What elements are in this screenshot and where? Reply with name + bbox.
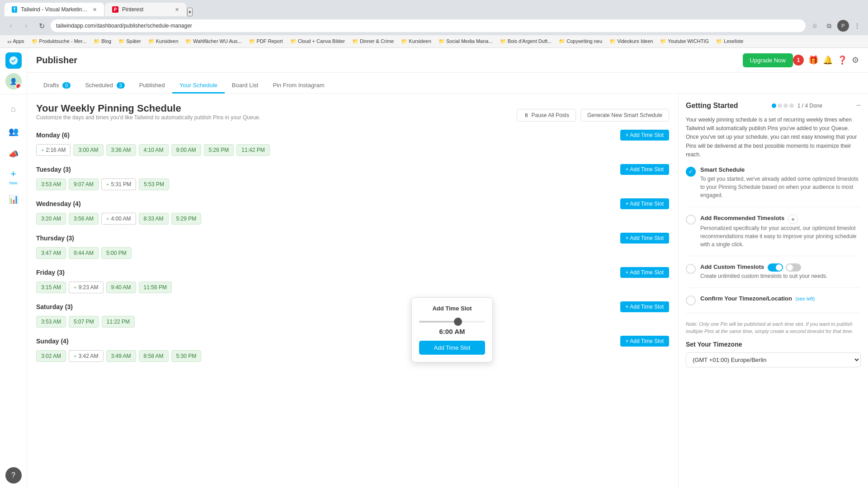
- sidebar-item-home[interactable]: ⌂: [4, 99, 24, 119]
- tab-published[interactable]: Published: [132, 78, 172, 94]
- tailwind-tab-close[interactable]: ✕: [93, 7, 97, 13]
- new-tab-button[interactable]: +: [187, 8, 193, 16]
- pinterest-tab-close[interactable]: ✕: [175, 7, 179, 13]
- custom-toggle[interactable]: [768, 263, 783, 272]
- collapse-button[interactable]: −: [856, 101, 861, 110]
- wednesday-slot-529pm[interactable]: 5:29 PM: [171, 213, 202, 225]
- bookmarks-star-icon[interactable]: ☆: [808, 19, 821, 32]
- settings-icon[interactable]: ⚙: [852, 55, 859, 65]
- menu-icon[interactable]: ⋮: [851, 19, 863, 32]
- help-circle-icon[interactable]: ❓: [837, 55, 847, 65]
- thursday-slot-347am[interactable]: 3:47 AM: [36, 247, 66, 259]
- monday-slot-336am[interactable]: 3:36 AM: [106, 144, 136, 156]
- sidebar-item-tribes[interactable]: 👥: [4, 122, 24, 141]
- sunday-slot-858am[interactable]: 8:58 AM: [139, 350, 169, 362]
- monday-slot-300am[interactable]: 3:00 AM: [73, 144, 103, 156]
- tuesday-slot-553pm[interactable]: 5:53 PM: [139, 178, 169, 190]
- upgrade-button[interactable]: Upgrade Now: [743, 53, 793, 67]
- thursday-slot-944am[interactable]: 9:44 AM: [69, 247, 99, 259]
- monday-slot-410am[interactable]: 4:10 AM: [139, 144, 169, 156]
- bookmark-pdf[interactable]: 📁 PDF Report: [246, 38, 286, 45]
- wednesday-slot-833am[interactable]: 8:33 AM: [139, 213, 169, 225]
- timezone-select[interactable]: (GMT +01:00) Europe/Berlin (GMT +00:00) …: [686, 352, 861, 367]
- tab-pin-from-instagram[interactable]: Pin From Instagram: [265, 78, 331, 94]
- saturday-slot-353am[interactable]: 3:53 AM: [36, 316, 66, 328]
- sunday-slot-349am[interactable]: 3:49 AM: [106, 350, 136, 362]
- tab-board-list[interactable]: Board List: [225, 78, 266, 94]
- sunday-add-time-slot-button[interactable]: + Add Time Slot: [620, 336, 669, 347]
- bookmark-copywriting[interactable]: 📁 Copywriting neu: [556, 38, 605, 45]
- friday-slot-315am[interactable]: 3:15 AM: [36, 282, 66, 293]
- bookmark-produktsuche[interactable]: 📁 Produktsuche - Mer...: [29, 38, 90, 45]
- friday-slot-1156pm[interactable]: 11:56 PM: [139, 282, 172, 293]
- reload-button[interactable]: ↻: [35, 19, 48, 32]
- sunday-slot-302am[interactable]: 3:02 AM: [36, 350, 66, 362]
- thursday-add-time-slot-button[interactable]: + Add Time Slot: [620, 233, 669, 244]
- monday-add-time-slot-button[interactable]: + Add Time Slot: [620, 130, 669, 141]
- friday-add-time-slot-button[interactable]: + Add Time Slot: [620, 267, 669, 278]
- bookmark-kursideen2[interactable]: 📁 Kursideen: [398, 38, 434, 45]
- time-slider[interactable]: [419, 321, 485, 323]
- custom-toggle-off[interactable]: [786, 263, 801, 272]
- sidebar-item-new[interactable]: + New: [4, 167, 24, 187]
- bookmark-leseliste[interactable]: 📁 Leseliste: [713, 38, 746, 45]
- sidebar-item-publish[interactable]: 📣: [4, 144, 24, 164]
- tuesday-slot-531pm[interactable]: + 5:31 PM: [101, 178, 136, 190]
- bookmark-social[interactable]: 📁 Social Media Mana...: [436, 38, 495, 45]
- recommended-add-button[interactable]: +: [788, 214, 798, 224]
- wednesday-add-time-slot-button[interactable]: + Add Time Slot: [620, 198, 669, 209]
- bookmark-youtube[interactable]: 📁 Youtube WICHTIG: [657, 38, 712, 45]
- sidebar-item-analytics[interactable]: 📊: [4, 189, 24, 209]
- monday-slot-216am[interactable]: + 2:16 AM: [36, 144, 71, 156]
- timezone-item-title: Confirm Your Timezone/Location (see left…: [700, 295, 861, 302]
- wednesday-slot-320am[interactable]: 3:20 AM: [36, 213, 66, 225]
- bookmark-bois[interactable]: 📁 Bois d'Argent Duft...: [497, 38, 555, 45]
- monday-slot-900am[interactable]: 9:00 AM: [171, 144, 201, 156]
- browser-tab-tailwind[interactable]: T Tailwind - Visual Marketing Suite ✕: [5, 3, 104, 16]
- tab-bar: T Tailwind - Visual Marketing Suite ✕ P …: [0, 0, 868, 16]
- tuesday-slot-907am[interactable]: 9:07 AM: [69, 178, 99, 190]
- tuesday-add-time-slot-button[interactable]: + Add Time Slot: [620, 164, 669, 175]
- bookmark-cloud-canva[interactable]: 📁 Cloud + Canva Bilder: [288, 38, 348, 45]
- tab-drafts[interactable]: Drafts 0: [36, 78, 78, 94]
- saturday-slot-1122pm[interactable]: 11:22 PM: [102, 316, 135, 328]
- gift-icon[interactable]: 🎁: [808, 55, 818, 65]
- pause-all-posts-button[interactable]: ⏸ Pause All Posts: [517, 109, 576, 122]
- bookmark-videokurs[interactable]: 📁 Videokurs Ideen: [607, 38, 656, 45]
- bookmark-wahlfaecher[interactable]: 📁 Wahlfächer WU Aus...: [183, 38, 244, 45]
- generate-smart-schedule-button[interactable]: Generate New Smart Schedule: [580, 109, 669, 122]
- bookmark-spaeter[interactable]: 📁 Später: [116, 38, 143, 45]
- thursday-slot-500pm[interactable]: 5:00 PM: [101, 247, 132, 259]
- saturday-slot-507pm[interactable]: 5:07 PM: [69, 316, 99, 328]
- notification-badge-red[interactable]: 1: [793, 55, 804, 66]
- wednesday-slot-356am[interactable]: 3:56 AM: [69, 213, 99, 225]
- monday-slot-1142pm[interactable]: 11:42 PM: [236, 144, 269, 156]
- address-input[interactable]: [51, 19, 806, 32]
- app-logo[interactable]: [5, 52, 22, 69]
- wednesday-slot-400am[interactable]: + 4:00 AM: [101, 213, 136, 225]
- sunday-slot-530pm[interactable]: 5:30 PM: [171, 350, 202, 362]
- bookmark-kursideen1[interactable]: 📁 Kursideen: [146, 38, 181, 45]
- forward-button[interactable]: ›: [20, 19, 33, 32]
- saturday-add-time-slot-button[interactable]: + Add Time Slot: [620, 301, 669, 312]
- profile-icon[interactable]: P: [837, 20, 849, 32]
- custom-desc: Create unlimited custom timeslots to sui…: [700, 272, 861, 280]
- friday-slot-923am[interactable]: + 9:23 AM: [69, 282, 103, 293]
- bookmark-dinner[interactable]: 📁 Dinner & Crime: [349, 38, 396, 45]
- bookmark-blog[interactable]: 📁 Blog: [91, 38, 114, 45]
- add-slot-confirm-button[interactable]: Add Time Slot: [419, 341, 485, 355]
- tab-your-schedule[interactable]: Your Schedule: [172, 78, 225, 94]
- tab-scheduled[interactable]: Scheduled 3: [78, 78, 132, 94]
- extensions-icon[interactable]: ⧉: [823, 19, 835, 32]
- sunday-slot-342am[interactable]: + 3:42 AM: [69, 350, 103, 362]
- browser-tab-pinterest[interactable]: P Pinterest ✕: [105, 3, 186, 16]
- help-button[interactable]: ?: [5, 467, 22, 483]
- tuesday-slot-353am[interactable]: 3:53 AM: [36, 178, 66, 190]
- friday-slot-940am[interactable]: 9:40 AM: [106, 282, 136, 293]
- bell-icon[interactable]: 🔔: [823, 55, 833, 65]
- monday-slot-526pm[interactable]: 5:26 PM: [204, 144, 234, 156]
- bookmark-apps[interactable]: ⚏ Apps: [5, 38, 27, 45]
- user-avatar[interactable]: 👤: [5, 73, 22, 89]
- back-button[interactable]: ‹: [5, 19, 17, 32]
- right-panel: Getting Started 1 / 4 Done − Your weekly…: [678, 94, 868, 488]
